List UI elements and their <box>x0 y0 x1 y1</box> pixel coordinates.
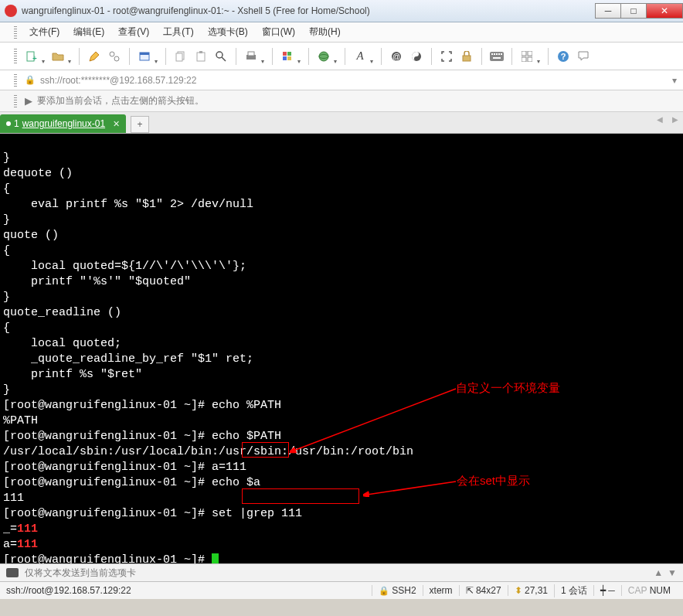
button-set[interactable] <box>408 48 425 65</box>
addressbar-grip[interactable] <box>14 74 17 87</box>
svg-rect-15 <box>287 52 291 56</box>
tile-button[interactable] <box>518 48 535 65</box>
svg-rect-17 <box>287 56 291 60</box>
app-icon <box>5 5 17 17</box>
menu-file[interactable]: 文件(F) <box>25 23 64 41</box>
open-button[interactable] <box>49 48 66 65</box>
svg-rect-13 <box>248 52 254 56</box>
term-line: [root@wangruifenglinux-01 ~]# echo %PATH <box>3 399 281 412</box>
folder-icon <box>52 50 64 63</box>
tab-scroll-left[interactable]: ◀ <box>657 115 663 124</box>
menu-edit[interactable]: 编辑(E) <box>69 23 109 41</box>
find-button[interactable] <box>212 48 229 65</box>
term-line: { <box>3 182 10 196</box>
term-line: eval printf %s "$1" 2> /dev/null <box>3 198 253 211</box>
svg-rect-14 <box>283 52 287 56</box>
bookmark-icon[interactable]: ▶ <box>25 95 32 107</box>
infobar-grip[interactable] <box>14 95 17 107</box>
search-icon <box>215 50 227 63</box>
term-line: printf "'%s'" "$quoted" <box>3 275 191 288</box>
tile-icon <box>522 51 532 62</box>
tab-index: 1 <box>14 118 19 129</box>
svg-rect-5 <box>140 53 149 55</box>
status-cap: CAP <box>628 585 647 596</box>
yin-yang-icon <box>410 50 423 63</box>
toolbar-grip[interactable] <box>14 49 17 64</box>
term-line: { <box>3 322 10 335</box>
close-button[interactable]: ✕ <box>646 3 683 19</box>
menu-window[interactable]: 窗口(W) <box>257 23 300 41</box>
clipboard-icon <box>195 51 206 62</box>
keymap-button[interactable] <box>488 48 505 65</box>
term-line: quote () <box>3 229 59 242</box>
globe-icon <box>318 50 330 63</box>
compose-input[interactable] <box>25 567 647 578</box>
lock-icon: 🔒 <box>379 586 389 595</box>
term-line: } <box>3 213 10 226</box>
properties-button[interactable] <box>136 48 153 65</box>
svg-rect-8 <box>197 53 205 61</box>
arrow-2 <box>363 478 460 497</box>
lock-button[interactable] <box>458 48 475 65</box>
tabstrip: 1 wangruifenglinux-01 ✕ + ◀ ▶ <box>0 112 683 134</box>
addressbar-dropdown[interactable]: ▾ <box>666 75 683 86</box>
font-button[interactable]: A <box>352 48 369 65</box>
term-line: [root@wangruifenglinux-01 ~]# set |grep … <box>3 507 302 520</box>
term-line: /usr/local/sbin:/usr/local/bin:/usr/sbin… <box>3 445 413 458</box>
disconnect-button[interactable] <box>106 48 123 65</box>
menu-help[interactable]: 帮助(H) <box>304 23 345 41</box>
svg-rect-32 <box>528 51 532 56</box>
signal-dash-icon: ─ <box>608 585 615 596</box>
term-line-result: a=111 <box>3 538 38 551</box>
svg-line-11 <box>222 57 226 61</box>
svg-rect-34 <box>528 57 532 62</box>
status-num: NUM <box>650 585 671 596</box>
paste-button[interactable] <box>192 48 209 65</box>
terminal[interactable]: } dequote () { eval printf %s "$1" 2> /d… <box>0 134 683 563</box>
highlight-box-1 <box>242 442 289 458</box>
window-title: wangruifenglinux-01 - root@wangruifengli… <box>22 5 596 16</box>
copy-button[interactable] <box>172 48 189 65</box>
svg-rect-25 <box>491 53 493 55</box>
encoding-button[interactable] <box>315 48 332 65</box>
new-session-button[interactable]: + <box>23 48 40 65</box>
compose-down[interactable]: ▼ <box>668 567 677 578</box>
svg-rect-28 <box>498 53 500 55</box>
print-button[interactable] <box>243 48 260 65</box>
new-tab-button[interactable]: + <box>131 116 149 133</box>
highlight-box-2 <box>242 488 359 504</box>
minimize-button[interactable]: ─ <box>595 3 621 19</box>
statusbar: ssh://root@192.168.57.129:22 🔒 SSH2 xter… <box>0 582 683 599</box>
lock-icon: 🔒 <box>25 75 36 85</box>
status-connection: ssh://root@192.168.57.129:22 <box>6 585 372 596</box>
compose-up[interactable]: ▲ <box>654 567 663 578</box>
status-term: xterm <box>423 585 459 596</box>
svg-text:@: @ <box>392 53 400 61</box>
maximize-button[interactable]: □ <box>620 3 647 19</box>
menu-tools[interactable]: 工具(T) <box>158 23 198 41</box>
menu-tab[interactable]: 选项卡(B) <box>203 23 253 41</box>
script-button[interactable]: @ <box>388 48 405 65</box>
about-button[interactable] <box>575 48 592 65</box>
svg-rect-26 <box>494 53 495 55</box>
tab-close-icon[interactable]: ✕ <box>113 119 120 129</box>
svg-point-10 <box>216 52 223 58</box>
help-icon: ? <box>557 50 569 63</box>
tab-scroll-right[interactable]: ▶ <box>672 115 678 124</box>
menubar-grip[interactable] <box>14 26 17 39</box>
menu-view[interactable]: 查看(V) <box>114 23 154 41</box>
fullscreen-button[interactable] <box>438 48 455 65</box>
status-pos: 27,31 <box>525 585 548 596</box>
titlebar: wangruifenglinux-01 - root@wangruifengli… <box>0 0 683 22</box>
font-a-icon: A <box>356 49 363 63</box>
at-icon: @ <box>390 50 403 63</box>
address-text[interactable]: ssh://root:********@192.168.57.129:22 <box>40 75 661 86</box>
menubar: 文件(F) 编辑(E) 查看(V) 工具(T) 选项卡(B) 窗口(W) 帮助(… <box>0 22 683 43</box>
reconnect-button[interactable] <box>86 48 103 65</box>
svg-line-38 <box>367 482 456 495</box>
color-button[interactable] <box>279 48 296 65</box>
help-button[interactable]: ? <box>555 48 572 65</box>
term-line-result: _=111 <box>3 522 38 536</box>
session-tab[interactable]: 1 wangruifenglinux-01 ✕ <box>0 114 126 133</box>
printer-icon <box>245 51 257 62</box>
